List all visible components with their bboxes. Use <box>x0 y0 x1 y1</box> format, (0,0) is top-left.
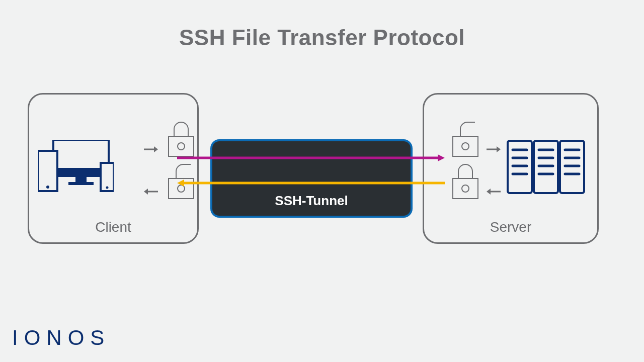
page-title: SSH File Transfer Protocol <box>0 25 644 50</box>
svg-marker-9 <box>154 146 158 152</box>
diagram-stage: Client <box>0 93 644 249</box>
arrow-left-icon <box>144 187 158 196</box>
arrow-right-icon <box>144 145 158 154</box>
svg-marker-13 <box>497 146 501 152</box>
client-devices-icon <box>38 140 114 195</box>
client-node: Client <box>28 93 199 244</box>
data-flow-to-server <box>177 154 445 159</box>
lock-closed-icon <box>452 178 478 199</box>
client-label: Client <box>29 219 197 235</box>
svg-marker-11 <box>144 189 148 195</box>
arrow-right-icon <box>487 145 501 154</box>
svg-marker-32 <box>438 154 445 161</box>
server-label: Server <box>424 219 597 235</box>
tunnel-label: SSH-Tunnel <box>275 193 348 209</box>
ssh-tunnel: SSH-Tunnel <box>210 139 413 218</box>
lock-closed-icon <box>168 136 194 157</box>
svg-rect-3 <box>68 182 94 185</box>
svg-rect-4 <box>38 151 57 191</box>
server-rack-icon <box>506 138 586 198</box>
lock-open-icon <box>452 136 478 157</box>
brand-logo: IONOS <box>12 326 110 350</box>
svg-rect-2 <box>75 177 87 182</box>
svg-marker-15 <box>487 189 491 195</box>
server-node: Server <box>423 93 599 244</box>
arrow-left-icon <box>487 187 501 196</box>
svg-point-5 <box>46 186 49 189</box>
svg-point-7 <box>106 187 109 189</box>
data-flow-to-client <box>177 179 445 185</box>
svg-marker-34 <box>177 179 184 187</box>
